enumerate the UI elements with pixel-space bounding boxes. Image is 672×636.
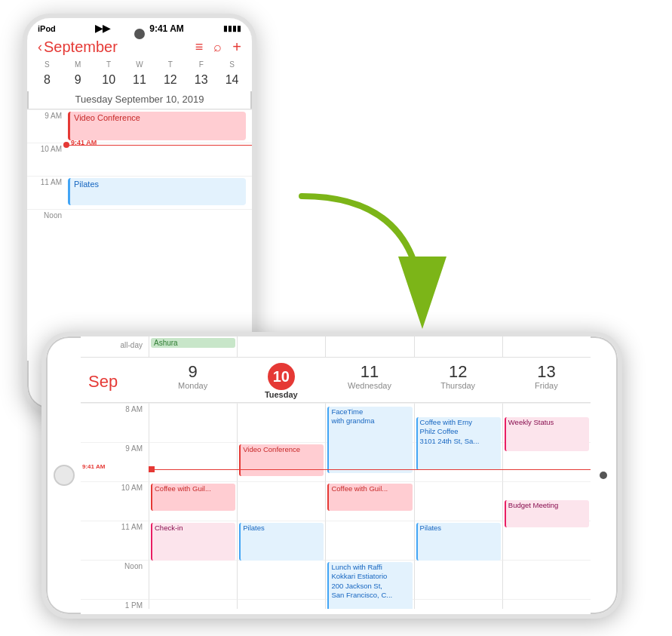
carrier-label: iPod (38, 24, 56, 33)
col-thu-11am: Pilates (414, 521, 502, 560)
col-header-mon[interactable]: 9 Monday (149, 361, 237, 402)
time-row-11am: 11 AM Pilates (27, 176, 252, 209)
landscape-time-grid: 8 AM FaceTimewith grandma Coffee with Er… (81, 403, 591, 609)
time-label-noon: Noon (27, 210, 66, 242)
day-name-mon: Monday (152, 381, 234, 390)
all-day-cell-fri (502, 336, 591, 357)
day-label-s1: S (32, 60, 63, 69)
col-fri-noon (502, 560, 591, 599)
landscape-device: all-day Ashura Sep 9 Monday (41, 332, 622, 619)
event-pilates-portrait[interactable]: Pilates (68, 178, 246, 205)
time-label-9am-l: 9 AM (81, 442, 149, 481)
event-coffee-guil-wed[interactable]: Coffee with Guil... (327, 484, 412, 511)
month-title: September (44, 38, 118, 56)
search-icon[interactable]: ⌕ (213, 39, 222, 55)
calendar-header-landscape: Sep 9 Monday 10 Tuesday 11 Wednesday 12 … (81, 358, 591, 403)
col-mon-9am (149, 442, 237, 481)
col-header-fri[interactable]: 13 Friday (502, 361, 591, 402)
event-checkin[interactable]: Check-in (151, 523, 235, 561)
date-13[interactable]: 13 (186, 72, 216, 88)
event-video-conference[interactable]: Video Conference (68, 112, 246, 140)
event-video-conf-l[interactable]: Video Conference (239, 444, 324, 476)
arrow-graphic (272, 181, 483, 347)
date-num-11: 11 (328, 363, 410, 381)
event-title: Video Conference (74, 113, 140, 122)
col-tue-10am (237, 481, 325, 521)
event-ashura[interactable]: Ashura (151, 338, 235, 348)
col-header-thu[interactable]: 12 Thursday (414, 361, 502, 402)
time-row-9am: 9 AM Video Conference 9:41 AM (27, 109, 252, 143)
date-11[interactable]: 11 (124, 72, 155, 88)
current-time-line-landscape (149, 469, 591, 470)
add-icon[interactable]: + (232, 38, 241, 56)
time-label-9am: 9 AM (27, 110, 66, 143)
col-thu-10am (414, 481, 502, 521)
col-tue-1pm (237, 599, 325, 609)
time-content-10am (66, 143, 252, 176)
col-wed-8am: FaceTimewith grandma (325, 403, 413, 442)
col-header-tue[interactable]: 10 Tuesday (237, 361, 325, 402)
col-fri-10am: Budget Meeting (502, 481, 591, 521)
time-grid-portrait: 9 AM Video Conference 9:41 AM 10 AM 11 A… (27, 109, 252, 361)
week-dates-row: 8 9 10 11 12 13 14 (27, 70, 252, 91)
day-label-s2: S (216, 60, 247, 69)
date-8[interactable]: 8 (32, 72, 63, 88)
day-label-t1: T (94, 60, 124, 69)
col-mon-8am (149, 403, 237, 442)
time-label-10am-l: 10 AM (81, 481, 149, 521)
all-day-row: all-day Ashura (81, 336, 591, 358)
col-header-wed[interactable]: 11 Wednesday (325, 361, 413, 402)
event-pilates-thu[interactable]: Pilates (416, 523, 501, 561)
date-9[interactable]: 9 (63, 72, 94, 88)
status-bar-portrait: iPod ▶▶ 9:41 AM ▮▮▮▮ (27, 18, 252, 35)
time-label-11am-l: 11 AM (81, 521, 149, 560)
time-label-10am: 10 AM (27, 143, 66, 176)
time-label-11am: 11 AM (27, 177, 66, 209)
day-label-t2: T (155, 60, 186, 69)
col-wed-noon: Lunch with RaffiKokkari Estiatorio200 Ja… (325, 560, 413, 599)
home-button[interactable] (54, 465, 75, 486)
month-col: Sep (81, 361, 149, 402)
time-content-noon (66, 210, 252, 242)
date-num-9: 9 (152, 363, 234, 381)
event-lunch-raffi[interactable]: Lunch with RaffiKokkari Estiatorio200 Ja… (327, 562, 412, 609)
time-label: 9:41 AM (149, 23, 184, 34)
list-icon[interactable]: ≡ (195, 39, 204, 55)
date-num-10: 10 (268, 363, 295, 390)
date-12[interactable]: 12 (155, 72, 186, 88)
all-day-cell-mon: Ashura (149, 336, 237, 357)
col-tue-noon (237, 560, 325, 599)
event-pilates-tue[interactable]: Pilates (239, 523, 324, 561)
event-facetime[interactable]: FaceTimewith grandma (327, 407, 412, 473)
all-day-cell-wed (325, 336, 413, 357)
col-tue-11am: Pilates (237, 521, 325, 560)
col-wed-10am: Coffee with Guil... (325, 481, 413, 521)
month-label-landscape: Sep (88, 372, 118, 392)
col-mon-11am: Check-in (149, 521, 237, 560)
date-10[interactable]: 10 (94, 72, 124, 88)
day-name-wed: Wednesday (328, 381, 410, 390)
date-14[interactable]: 14 (216, 72, 247, 88)
day-label-w: W (124, 60, 155, 69)
time-label-noon-l: Noon (81, 560, 149, 599)
week-days-row: S M T W T F S (27, 59, 252, 70)
event-title: Pilates (74, 180, 99, 189)
status-icons: ▮▮▮▮ (223, 24, 241, 32)
event-coffee-guil-mon[interactable]: Coffee with Guil... (151, 484, 235, 511)
date-num-12: 12 (417, 363, 499, 381)
time-row-noon: Noon (27, 209, 252, 242)
camera-dot (600, 472, 607, 479)
col-thu-8am: Coffee with ErnyPhilz Coffee3101 24th St… (414, 403, 502, 442)
current-time-line (66, 145, 252, 146)
day-label-f: F (186, 60, 216, 69)
event-coffee-erny[interactable]: Coffee with ErnyPhilz Coffee3101 24th St… (416, 417, 501, 470)
event-budget-meeting[interactable]: Budget Meeting (505, 500, 589, 527)
time-content-11am: Pilates (66, 177, 252, 209)
date-num-13: 13 (505, 363, 588, 381)
time-label-1pm-l: 1 PM (81, 599, 149, 609)
back-button[interactable]: ‹ (38, 39, 42, 55)
col-mon-1pm (149, 599, 237, 609)
col-wed-11am (325, 521, 413, 560)
all-day-cell-tue (237, 336, 325, 357)
event-weekly-status[interactable]: Weekly Status (505, 417, 589, 451)
